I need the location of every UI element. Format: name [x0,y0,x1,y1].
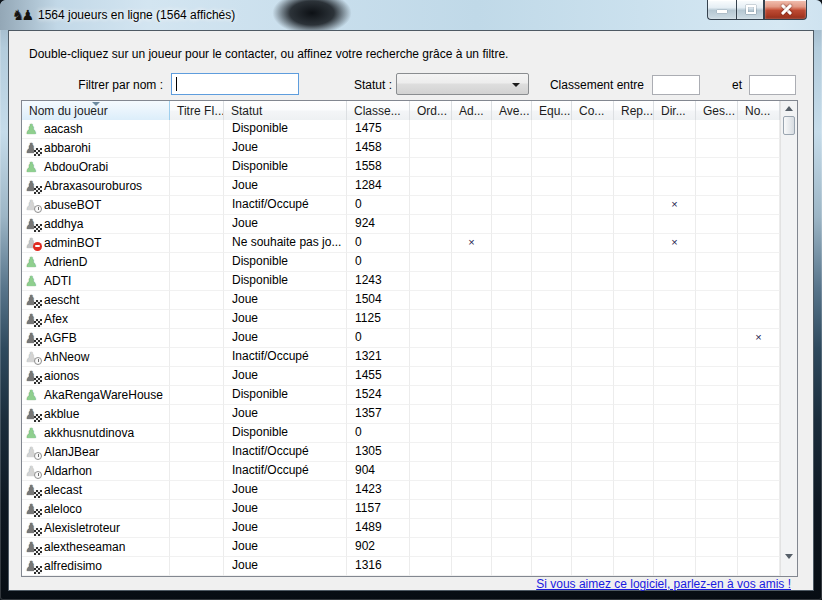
column-header-equ[interactable]: Equ... [532,101,572,120]
player-name-cell: ♟akblue [22,405,170,424]
player-name: adminBOT [44,235,101,252]
player-row[interactable]: ♟aeschtJoue1504 [22,291,780,310]
player-equ-mark [532,158,572,177]
player-row[interactable]: ♟aacashDisponible1475 [22,120,780,139]
player-row[interactable]: ♟abuseBOTInactif/Occupé0× [22,196,780,215]
player-rep-mark [614,424,654,443]
player-name: AdrienD [44,254,87,271]
player-dir-mark [654,519,696,538]
player-dir-mark [654,500,696,519]
player-equ-mark [532,367,572,386]
player-ad-mark [452,557,492,576]
player-rep-mark [614,158,654,177]
player-row[interactable]: ♟akblueJoue1357 [22,405,780,424]
player-dir-mark [654,120,696,139]
column-header-no[interactable]: No... [738,101,780,120]
player-rep-mark [614,234,654,253]
scrollbar-thumb[interactable] [783,116,795,135]
column-header-ges[interactable]: Ges... [696,101,738,120]
maximize-button[interactable] [736,0,764,20]
column-header-rating[interactable]: Classe... [347,101,410,120]
player-row[interactable]: ♟AhNeowInactif/Occupé1321 [22,348,780,367]
player-ord-mark [410,462,452,481]
player-rating: 1284 [347,177,410,196]
player-row[interactable]: ♟AkaRengaWareHouseDisponible1524 [22,386,780,405]
title-bar[interactable]: ♞♟ 1564 joueurs en ligne (1564 affichés) [0,0,822,30]
player-row[interactable]: ♟AldarhonInactif/Occupé904 [22,462,780,481]
player-name-cell: ♟alfredisimo [22,557,170,576]
player-dir-mark [654,424,696,443]
player-name-cell: ♟AkaRengaWareHouse [22,386,170,405]
player-title [170,519,224,538]
player-row[interactable]: ♟addhyaJoue924 [22,215,780,234]
status-dropdown[interactable] [396,73,529,95]
player-dir-mark: × [654,196,696,215]
player-row[interactable]: ♟alecastJoue1423 [22,481,780,500]
player-ges-mark [696,253,738,272]
player-co-mark [572,177,614,196]
filter-name-input[interactable] [171,73,299,95]
close-button[interactable] [764,0,807,20]
player-equ-mark [532,120,572,139]
player-ges-mark [696,386,738,405]
player-equ-mark [532,196,572,215]
player-row[interactable]: ♟AGFBJoue0× [22,329,780,348]
player-status-playing-icon: ♟ [25,178,40,195]
player-row[interactable]: ♟alfredisimoJoue1316 [22,557,780,576]
ranking-max-input[interactable] [749,75,796,95]
player-row[interactable]: ♟AlexisletroteurJoue1489 [22,519,780,538]
player-row[interactable]: ♟adminBOTNe souhaite pas jo...0×× [22,234,780,253]
player-row[interactable]: ♟AdrienDDisponible0 [22,253,780,272]
minimize-button[interactable] [707,0,736,20]
player-row[interactable]: ♟abbarohiJoue1458 [22,139,780,158]
player-dir-mark [654,177,696,196]
player-title [170,462,224,481]
player-equ-mark [532,177,572,196]
player-ad-mark [452,120,492,139]
player-ord-mark [410,557,452,576]
player-row[interactable]: ♟AbdouOrabiDisponible1558 [22,158,780,177]
player-name: AbdouOrabi [44,159,108,176]
player-row[interactable]: ♟alelocoJoue1157 [22,500,780,519]
column-header-label: Titre FI... [177,104,224,118]
player-dir-mark [654,462,696,481]
column-header-name[interactable]: Nom du joueur [22,101,170,120]
player-ord-mark [410,253,452,272]
column-header-title[interactable]: Titre FI... [170,101,224,120]
player-status-playing-icon: ♟ [25,406,40,423]
column-header-co[interactable]: Co... [572,101,614,120]
column-header-status[interactable]: Statut [224,101,347,120]
player-ave-mark [492,234,532,253]
player-name-cell: ♟Aldarhon [22,462,170,481]
player-equ-mark [532,253,572,272]
column-header-ord[interactable]: Ord... [410,101,452,120]
player-status-inactive-icon: ♟ [25,444,40,461]
column-header-ad[interactable]: Ad... [452,101,492,120]
player-name: alfredisimo [44,558,102,575]
player-ges-mark [696,196,738,215]
player-row[interactable]: ♟AlanJBearInactif/Occupé1305 [22,443,780,462]
player-status-available-icon: ♟ [25,121,40,138]
player-ges-mark [696,272,738,291]
player-row[interactable]: ♟akkhusnutdinovaDisponible0 [22,424,780,443]
column-header-rep[interactable]: Rep... [614,101,654,120]
player-row[interactable]: ♟AbraxasouroburosJoue1284 [22,177,780,196]
column-header-ave[interactable]: Ave... [492,101,532,120]
column-header-dir[interactable]: Dir... [654,101,696,120]
player-row[interactable]: ♟alextheseamanJoue902 [22,538,780,557]
player-rating: 1524 [347,386,410,405]
player-ord-mark [410,196,452,215]
scroll-up-arrow-icon[interactable] [785,106,793,111]
player-equ-mark [532,557,572,576]
vertical-scrollbar[interactable] [780,101,797,576]
player-ges-mark [696,500,738,519]
player-no-mark [738,196,780,215]
ranking-min-input[interactable] [652,75,700,95]
player-ges-mark [696,158,738,177]
scroll-down-arrow-icon[interactable] [785,554,793,559]
share-link[interactable]: Si vous aimez ce logiciel, parlez-en à v… [536,577,791,591]
player-row[interactable]: ♟AfexJoue1125 [22,310,780,329]
player-row[interactable]: ♟aionosJoue1455 [22,367,780,386]
player-co-mark [572,367,614,386]
player-row[interactable]: ♟ADTIDisponible1243 [22,272,780,291]
